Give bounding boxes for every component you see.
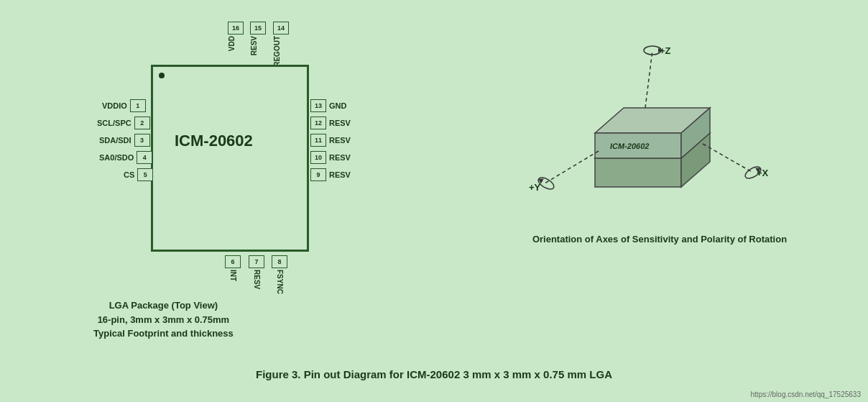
caption-line3: Typical Footprint and thickness [93,326,234,341]
pin-11: 11 RESV [310,134,351,147]
figure-caption: Figure 3. Pin out Diagram for ICM-20602 … [0,368,868,380]
svg-text:ICM-20602: ICM-20602 [609,142,650,150]
left-caption: LGA Package (Top View) 16-pin, 3mm x 3mm… [93,298,234,341]
main-container: 16 VDD 15 RESV 14 REGOUT ICM-20602 VDDIO… [0,0,868,402]
svg-marker-1 [595,158,681,187]
pin-4: SA0/SDO 4 [99,151,152,164]
pin-10: 10 RESV [310,151,351,164]
ic-diagram: 16 VDD 15 RESV 14 REGOUT ICM-20602 VDDIO… [72,22,395,288]
pin-9: 9 RESV [310,168,351,181]
pin-7: 7 RESV [249,255,264,289]
pin-14-top: 14 REGOUT [273,22,289,67]
watermark: https://blog.csdn.net/qq_17525633 [751,390,861,398]
pin-16-top: 16 VDD [228,22,244,51]
pin-12: 12 RESV [310,117,351,129]
svg-text:+Y: +Y [529,182,541,193]
pin-13: 13 GND [310,99,346,112]
ic-package-outline: ICM-20602 [151,65,309,252]
axes-svg: ICM-20602 +Z +X +Y [509,29,782,230]
caption-line2: 16-pin, 3mm x 3mm x 0.75mm [93,313,234,327]
pin-5: CS 5 [124,168,153,181]
pin-1: VDDIO 1 [102,99,146,112]
svg-line-15 [545,151,599,183]
pin-3: SDA/SDI 3 [99,134,150,147]
caption-line1: LGA Package (Top View) [93,298,234,313]
axes-caption: Orientation of Axes of Sensitivity and P… [509,234,811,245]
svg-line-7 [645,50,652,108]
pin-8: 8 FSYNC [272,255,287,294]
pin-6: 6 INT [225,255,241,281]
pin-2: SCL/SPC 2 [97,117,150,129]
ic-chip-name: ICM-20602 [175,132,253,150]
pin-15-top: 15 RESV [250,22,266,55]
dot-marker [159,73,165,78]
axes-section: ICM-20602 +Z +X +Y Orientation of Axes o… [509,29,811,259]
